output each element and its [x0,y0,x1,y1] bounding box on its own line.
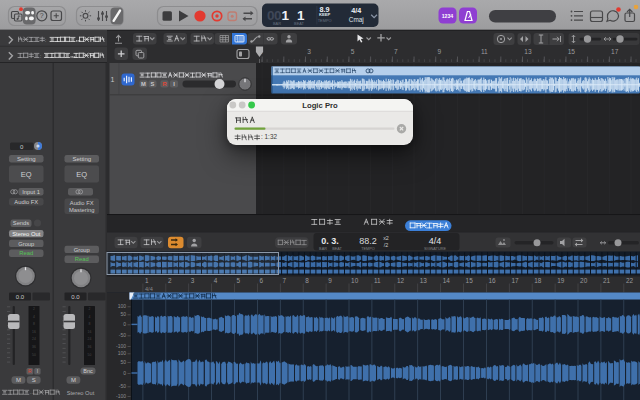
svg-text:Stereo Out: Stereo Out [67,390,95,396]
svg-text:Read: Read [19,250,33,256]
svg-text:Cmaj: Cmaj [349,16,364,24]
svg-text:18: 18 [534,277,542,284]
svg-text:17: 17 [611,48,619,55]
svg-text:S: S [151,81,155,87]
svg-text:50: 50 [32,353,36,357]
svg-text:-100: -100 [116,393,126,399]
svg-text:16: 16 [88,330,92,334]
svg-text:21: 21 [603,277,611,284]
svg-text:0. 3.: 0. 3. [321,236,339,246]
svg-text:9: 9 [438,48,442,55]
svg-text:Setting: Setting [17,156,36,162]
svg-text:Read: Read [75,256,89,262]
svg-text:4: 4 [33,315,35,319]
svg-text:13: 13 [524,48,532,55]
svg-text:M: M [71,377,76,383]
svg-text:M: M [141,81,146,87]
svg-text:20: 20 [580,277,588,284]
svg-text:1: 1 [145,277,149,284]
svg-text:4: 4 [89,315,91,319]
svg-text:0: 0 [123,370,126,376]
svg-text:15: 15 [568,48,576,55]
svg-text:5: 5 [237,277,241,284]
svg-text:11: 11 [374,277,381,284]
svg-text:Mastering: Mastering [69,207,94,213]
svg-text:2: 2 [168,277,172,284]
svg-text:Audio FX: Audio FX [14,199,38,205]
svg-text:4/4: 4/4 [351,6,361,15]
svg-text:11: 11 [481,48,488,55]
svg-text:8: 8 [305,277,309,284]
svg-text:EQ: EQ [76,170,87,179]
svg-text:2: 2 [33,307,35,311]
svg-text:3: 3 [191,277,195,284]
svg-text:Audio FX: Audio FX [70,200,94,206]
svg-text:16: 16 [32,330,36,334]
svg-text:BAR: BAR [273,21,281,26]
svg-text:0: 0 [123,321,126,327]
svg-text:R: R [28,368,32,374]
svg-text:Sends: Sends [13,220,30,226]
svg-text:15: 15 [466,277,474,284]
svg-text:TEMPO: TEMPO [318,18,332,23]
svg-text:9: 9 [328,277,332,284]
svg-text:88.2: 88.2 [359,236,377,246]
svg-text:Stereo Out: Stereo Out [12,231,40,237]
svg-text:Input 1: Input 1 [22,189,40,195]
svg-text:4/4: 4/4 [145,286,153,292]
svg-text:5: 5 [351,48,355,55]
svg-text:-100: -100 [116,343,126,349]
svg-text:13: 13 [420,277,428,284]
svg-text:0.0: 0.0 [71,294,80,300]
svg-text:4: 4 [214,277,218,284]
svg-text:17: 17 [511,277,519,284]
svg-text:M: M [16,377,21,383]
svg-text:8: 8 [89,322,91,326]
svg-text:24: 24 [32,337,36,341]
svg-text:I: I [37,368,38,374]
svg-text:3: 3 [307,48,311,55]
svg-text:24: 24 [88,337,92,341]
svg-text:22: 22 [626,277,634,284]
svg-text:/2: /2 [384,242,389,248]
svg-text:100: 100 [118,350,127,356]
svg-text:Setting: Setting [72,156,91,162]
svg-text:S: S [32,377,36,383]
svg-text:50: 50 [120,311,126,317]
svg-text:?: ? [40,12,44,19]
svg-text:10: 10 [351,277,359,284]
svg-text:1: 1 [111,76,115,83]
svg-text:1234: 1234 [442,13,454,19]
svg-text:Group: Group [18,241,34,247]
svg-text:7: 7 [394,48,398,55]
svg-text:BAR: BAR [319,247,327,251]
svg-text:0.0: 0.0 [16,294,25,300]
svg-text:2: 2 [89,307,91,311]
svg-text:EQ: EQ [21,170,32,179]
svg-text:50: 50 [120,359,126,365]
svg-text:6: 6 [260,277,264,284]
svg-text:TEMPO: TEMPO [361,247,375,251]
svg-text:BEAT: BEAT [294,21,304,26]
svg-text:7: 7 [282,277,286,284]
svg-text:x2: x2 [383,235,389,241]
svg-text:12: 12 [397,277,405,284]
svg-text:100: 100 [118,303,127,309]
svg-text:50: 50 [88,353,92,357]
svg-text:SIGNATURE: SIGNATURE [424,247,446,251]
svg-text:BEAT: BEAT [332,247,342,251]
svg-text:KEEP: KEEP [319,12,331,17]
svg-text:14: 14 [443,277,451,284]
svg-text:19: 19 [557,277,565,284]
svg-text:-50: -50 [119,383,126,389]
svg-text:16: 16 [489,277,497,284]
svg-text:4/4: 4/4 [429,236,442,246]
svg-text:1: 1 [282,8,290,23]
svg-text:Bnc: Bnc [83,368,93,374]
svg-text:Logic Pro: Logic Pro [302,101,338,110]
svg-text:36: 36 [32,345,36,349]
svg-text:8: 8 [33,322,35,326]
svg-text:Group: Group [74,247,90,253]
svg-text:36: 36 [88,345,92,349]
svg-text:: 1:32: : 1:32 [261,133,277,140]
